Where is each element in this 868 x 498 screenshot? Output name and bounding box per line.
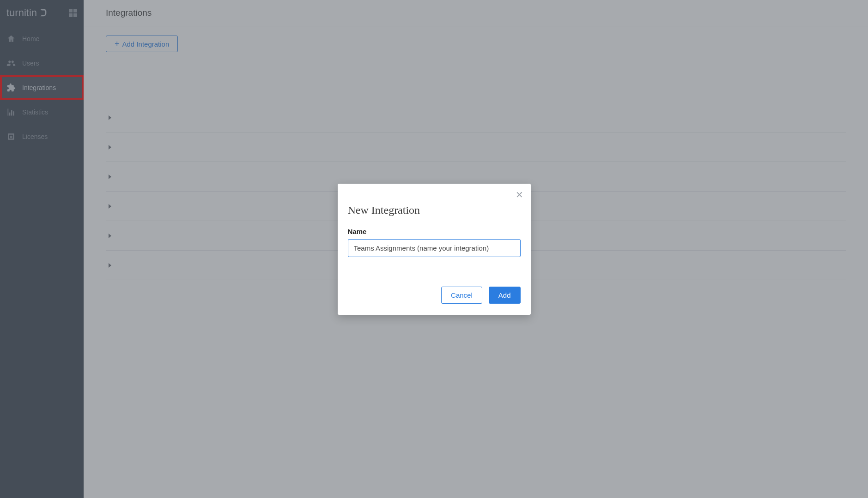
name-field-label: Name [348,228,521,235]
close-icon[interactable]: ✕ [516,190,523,199]
modal-actions: Cancel Add [348,287,521,304]
integration-name-input[interactable] [348,239,521,257]
cancel-button[interactable]: Cancel [441,287,482,304]
modal-overlay[interactable]: ✕ New Integration Name Cancel Add [0,0,868,498]
add-button[interactable]: Add [489,287,521,304]
new-integration-modal: ✕ New Integration Name Cancel Add [338,184,531,315]
modal-title: New Integration [348,204,521,216]
